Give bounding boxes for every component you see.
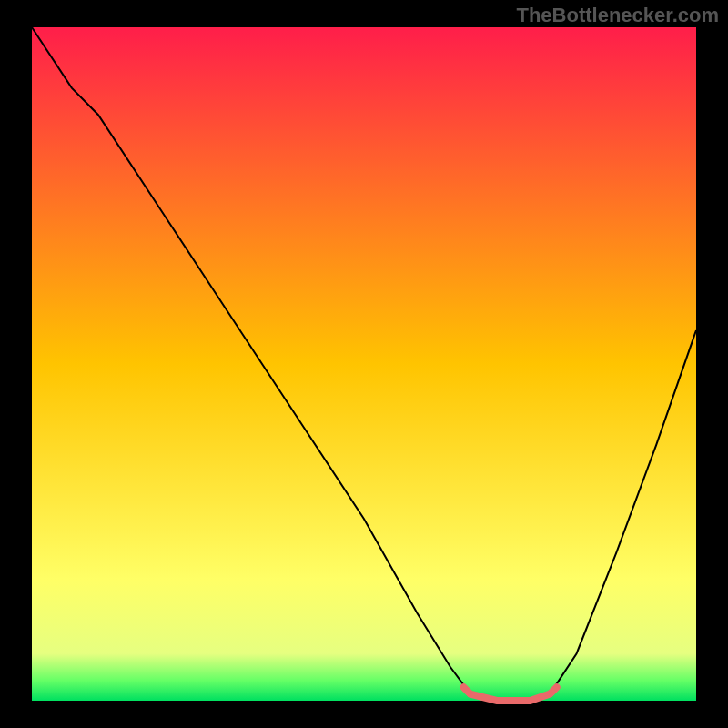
watermark-text: TheBottlenecker.com — [516, 4, 719, 27]
bottleneck-chart — [0, 0, 728, 728]
chart-container: { "watermark": "TheBottlenecker.com", "c… — [0, 0, 728, 728]
svg-rect-0 — [32, 27, 696, 701]
